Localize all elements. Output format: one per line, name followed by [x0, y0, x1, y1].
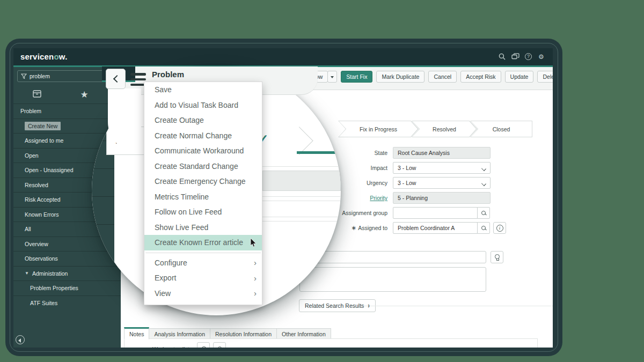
state-label: State: [338, 150, 393, 156]
menu-item-create-known-error-article[interactable]: Create Known Error article: [144, 235, 262, 250]
record-title: Problem: [152, 70, 184, 80]
item-label: Overview: [25, 241, 48, 247]
lens-field-line: [262, 196, 341, 197]
assigned-to-input[interactable]: Problem Coordinator A: [393, 222, 478, 234]
navigator-tabs: ★: [13, 86, 121, 102]
item-label: Open: [25, 152, 39, 159]
work-notes-list-row: Work notes list: [152, 342, 226, 348]
lens-field-line: [262, 201, 341, 201]
lens-readonly-field-fragment: [262, 171, 341, 191]
text-field[interactable]: [299, 251, 486, 263]
urgency-label: Urgency: [338, 180, 393, 186]
menu-item-create-normal-change[interactable]: Create Normal Change: [144, 128, 262, 144]
back-button[interactable]: [106, 69, 126, 89]
related-search-label: Related Search Results: [305, 302, 364, 309]
description-textarea[interactable]: [299, 267, 486, 292]
sidebar-section-administration[interactable]: ▼Administration: [13, 266, 121, 281]
sidebar-item-observations[interactable]: Observations: [13, 251, 121, 266]
work-notes-lock-button[interactable]: [197, 342, 210, 348]
filter-text: problem: [30, 73, 50, 79]
logo-end: w.: [59, 52, 68, 61]
submenu-chevron-icon: ›: [254, 274, 257, 283]
sidebar-item-atf-suites[interactable]: ATF Suites: [13, 295, 121, 311]
favorites-star-icon[interactable]: ★: [61, 89, 108, 100]
item-label: Observations: [25, 255, 58, 262]
cancel-button[interactable]: Cancel: [428, 71, 457, 83]
process-flow: Fix in Progress Resolved Closed: [338, 121, 532, 137]
section-label: Problem: [20, 108, 41, 114]
sidebar-collapse-button[interactable]: [16, 335, 25, 344]
item-label: Risk Accepted: [25, 196, 61, 203]
work-notes-list-label: Work notes list: [152, 346, 189, 348]
active-stage-underline: [297, 151, 341, 154]
info-icon: i: [496, 225, 503, 232]
tab-analysis-information[interactable]: Analysis Information: [149, 328, 210, 339]
impact-select[interactable]: 3 - Low: [393, 162, 491, 174]
menu-item-save[interactable]: Save: [144, 82, 262, 98]
section-label: Administration: [32, 270, 68, 277]
field-state: State Root Cause Analysis: [338, 145, 506, 160]
navigator-filter-input[interactable]: problem: [17, 70, 114, 82]
item-label: Assigned to me: [25, 137, 63, 144]
field-assigned-to: ∗Assigned to Problem Coordinator A i: [338, 220, 506, 235]
suggestion-button[interactable]: [491, 251, 503, 263]
help-icon[interactable]: ?: [525, 53, 532, 60]
conversations-icon[interactable]: [511, 53, 519, 61]
submenu-chevron-icon: ›: [254, 289, 257, 298]
item-label: Known Errors: [25, 211, 59, 218]
menu-item-configure[interactable]: Configure›: [144, 255, 262, 271]
urgency-select[interactable]: 3 - Low: [393, 177, 491, 189]
assignment-group-input[interactable]: [393, 207, 478, 219]
mark-duplicate-button[interactable]: Mark Duplicate: [376, 71, 425, 83]
chevron-left-icon: [113, 75, 120, 83]
field-urgency: Urgency 3 - Low: [338, 175, 506, 190]
search-icon[interactable]: [498, 53, 506, 61]
menu-item-create-emergency-change[interactable]: Create Emergency Change: [144, 174, 262, 189]
follow-caret-button[interactable]: [327, 71, 337, 83]
menu-item-metrics-timeline[interactable]: Metrics Timeline: [144, 189, 262, 205]
person-icon: [217, 346, 222, 348]
assigned-to-lookup-button[interactable]: [477, 222, 490, 234]
menu-item-view[interactable]: View›: [144, 286, 262, 301]
assignment-group-label: Assignment group: [338, 210, 393, 216]
tab-resolution-information[interactable]: Resolution Information: [210, 328, 277, 339]
sidebar-item-create-new[interactable]: Create New: [13, 119, 121, 134]
tab-other-information[interactable]: Other Information: [277, 328, 331, 339]
record-type: Problem: [152, 70, 184, 79]
sidebar-section-problem[interactable]: Problem: [13, 104, 121, 119]
lookup-magnifier-icon: [481, 226, 486, 231]
notes-tab-panel: Work notes list: [124, 338, 538, 348]
servicenow-logo: servicenow.: [20, 52, 68, 61]
menu-item-show-live-feed[interactable]: Show Live Feed: [144, 220, 262, 235]
tab-notes[interactable]: Notes: [124, 327, 149, 339]
priority-value: 5 - Planning: [393, 192, 491, 204]
menu-item-create-outage[interactable]: Create Outage: [144, 113, 262, 128]
all-applications-icon[interactable]: [13, 90, 61, 99]
delete-button[interactable]: Delete: [537, 71, 553, 83]
menu-item-add-to-visual-task-board[interactable]: Add to Visual Task Board: [144, 98, 262, 113]
assigned-to-preview-button[interactable]: i: [493, 222, 506, 234]
assigned-to-label: ∗Assigned to: [338, 224, 393, 232]
work-notes-add-user-button[interactable]: [213, 342, 226, 348]
item-label: Create New: [25, 122, 61, 130]
sidebar-item-problem-properties[interactable]: Problem Properties: [13, 280, 121, 295]
menu-item-label: Configure: [155, 258, 187, 267]
stage-resolved[interactable]: Resolved: [412, 121, 477, 137]
stage-fix-in-progress[interactable]: Fix in Progress: [338, 121, 419, 137]
accept-risk-button[interactable]: Accept Risk: [460, 71, 501, 83]
menu-item-create-standard-change[interactable]: Create Standard Change: [144, 159, 262, 174]
menu-item-follow-on-live-feed[interactable]: Follow on Live Feed: [144, 204, 262, 220]
top-banner: servicenow. ? ⚙: [13, 48, 553, 65]
update-button[interactable]: Update: [505, 71, 534, 83]
stage-label: Fix in Progress: [338, 121, 419, 137]
menu-item-export[interactable]: Export›: [144, 270, 262, 286]
gear-icon[interactable]: ⚙: [537, 53, 545, 61]
priority-link-label[interactable]: Priority: [338, 195, 393, 201]
assignment-group-lookup-button[interactable]: [477, 207, 490, 219]
item-label: Open - Unassigned: [25, 167, 73, 173]
stage-closed[interactable]: Closed: [470, 121, 532, 137]
start-fix-button[interactable]: Start Fix: [341, 71, 372, 83]
menu-item-communicate-workaround[interactable]: Communicate Workaround: [144, 143, 262, 159]
menu-item-label: Export: [155, 274, 176, 282]
required-asterisk-icon: ∗: [351, 224, 356, 232]
